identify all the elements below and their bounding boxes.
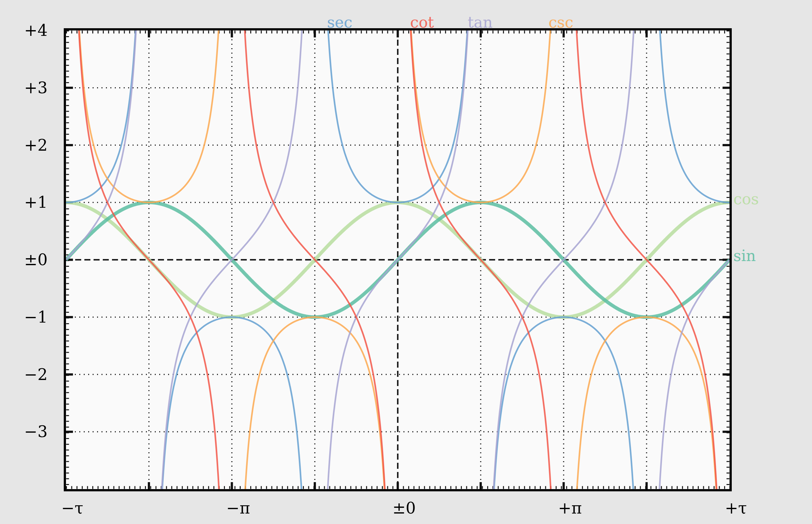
curve-label-sin: sin [733, 247, 756, 264]
y-tick-label-±0: ±0 [0, 250, 48, 269]
trig-chart [66, 30, 730, 489]
y-tick-label-−3: −3 [0, 422, 48, 441]
x-tick-label-±0: ±0 [392, 498, 416, 518]
x-tick-label-−τ: −τ [61, 498, 83, 518]
y-tick-label-−2: −2 [0, 365, 48, 384]
x-tick-label-+τ: +τ [725, 498, 747, 518]
x-tick-label-−π: −π [227, 498, 250, 518]
y-tick-label-+3: +3 [0, 78, 48, 97]
figure-canvas: { "figure": { "background_color": "#e6e6… [0, 0, 812, 524]
y-tick-label-+4: +4 [0, 21, 48, 40]
y-tick-label-+1: +1 [0, 193, 48, 212]
y-tick-label-−1: −1 [0, 308, 48, 327]
figure-background: +4+3+2+1±0−1−2−3−τ−π±0+π+τ cossinseccsct… [0, 0, 812, 524]
curve-label-cos: cos [733, 191, 759, 207]
y-tick-label-+2: +2 [0, 136, 48, 155]
x-tick-label-+π: +π [558, 498, 582, 518]
